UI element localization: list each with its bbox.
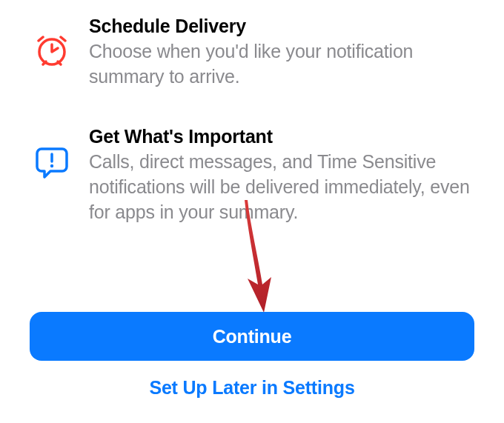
feature-list: Schedule Delivery Choose when you'd like… (0, 0, 504, 224)
feature-important: Get What's Important Calls, direct messa… (30, 125, 474, 225)
setup-later-button[interactable]: Set Up Later in Settings (30, 367, 474, 408)
chat-alert-icon (30, 125, 74, 179)
feature-title: Get What's Important (89, 125, 474, 148)
button-group: Continue Set Up Later in Settings (30, 312, 474, 408)
clock-icon (30, 15, 74, 68)
feature-title: Schedule Delivery (89, 15, 474, 38)
feature-description: Choose when you'd like your notification… (89, 39, 474, 90)
feature-description: Calls, direct messages, and Time Sensiti… (89, 150, 474, 224)
svg-point-2 (50, 164, 53, 167)
continue-button[interactable]: Continue (30, 312, 474, 361)
feature-schedule-delivery: Schedule Delivery Choose when you'd like… (30, 15, 474, 90)
